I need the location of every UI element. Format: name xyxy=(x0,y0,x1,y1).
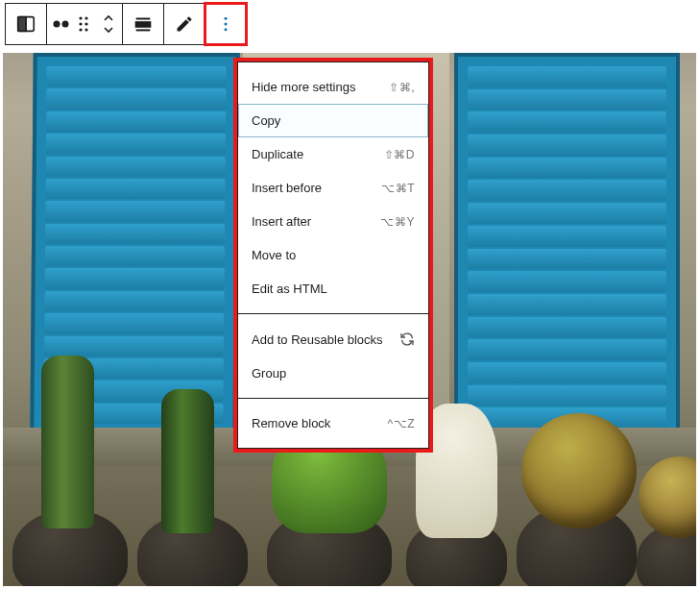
menu-item-label: Move to xyxy=(252,248,296,262)
refresh-icon xyxy=(399,331,415,347)
menu-item-hide-settings[interactable]: Hide more settings ⇧⌘, xyxy=(238,70,428,104)
menu-item-shortcut: ^⌥Z xyxy=(388,417,415,430)
menu-section-1: Hide more settings ⇧⌘, Copy Duplicate ⇧⌘… xyxy=(238,62,428,313)
svg-point-12 xyxy=(225,23,228,26)
menu-item-label: Copy xyxy=(252,113,280,128)
menu-item-shortcut: ⌥⌘Y xyxy=(380,215,415,229)
menu-item-shortcut: ⇧⌘D xyxy=(384,148,415,161)
barrel-cactus xyxy=(521,413,637,528)
menu-item-label: Group xyxy=(252,366,286,380)
menu-item-group[interactable]: Group xyxy=(238,356,428,390)
svg-point-4 xyxy=(79,16,82,19)
svg-point-7 xyxy=(84,22,87,25)
menu-item-move-to[interactable]: Move to xyxy=(238,238,428,272)
svg-point-2 xyxy=(54,21,60,28)
cactus xyxy=(161,389,214,533)
menu-item-label: Remove block xyxy=(252,416,330,430)
block-type-button[interactable] xyxy=(6,4,46,44)
svg-point-5 xyxy=(84,16,87,19)
menu-item-insert-before[interactable]: Insert before ⌥⌘T xyxy=(238,171,428,205)
menu-item-label: Hide more settings xyxy=(252,80,355,94)
menu-item-shortcut: ⇧⌘, xyxy=(389,81,415,94)
svg-point-8 xyxy=(79,28,82,31)
menu-item-label: Insert after xyxy=(252,214,311,229)
svg-point-6 xyxy=(79,22,82,25)
align-button[interactable] xyxy=(123,4,163,44)
toolbar-group-transform xyxy=(47,4,123,44)
svg-point-13 xyxy=(225,28,228,31)
menu-item-shortcut: ⌥⌘T xyxy=(381,182,415,195)
shutter-right xyxy=(454,53,680,442)
menu-item-duplicate[interactable]: Duplicate ⇧⌘D xyxy=(238,137,428,171)
svg-point-9 xyxy=(84,28,87,31)
more-vertical-icon xyxy=(216,14,235,34)
toolbar-group-more xyxy=(205,4,246,44)
move-up-down-button[interactable] xyxy=(95,4,122,44)
toolbar-group-block xyxy=(6,4,47,44)
toolbar-group-edit xyxy=(164,4,205,44)
menu-item-insert-after[interactable]: Insert after ⌥⌘Y xyxy=(238,205,428,238)
svg-rect-1 xyxy=(18,17,26,32)
more-options-button[interactable] xyxy=(205,4,246,44)
more-options-menu: Hide more settings ⇧⌘, Copy Duplicate ⇧⌘… xyxy=(237,61,429,449)
layout-half-icon xyxy=(15,13,36,35)
menu-item-add-reusable[interactable]: Add to Reusable blocks xyxy=(238,322,428,356)
block-toolbar xyxy=(5,3,247,45)
menu-item-label: Duplicate xyxy=(252,147,303,161)
menu-section-2: Add to Reusable blocks Group xyxy=(238,313,428,398)
dots-align-icon xyxy=(53,17,72,31)
menu-item-label: Edit as HTML xyxy=(252,282,327,296)
svg-point-11 xyxy=(225,17,228,20)
menu-item-label: Insert before xyxy=(252,181,322,195)
svg-point-3 xyxy=(62,21,69,28)
svg-rect-10 xyxy=(136,22,151,27)
pencil-icon xyxy=(175,14,194,34)
menu-item-copy[interactable]: Copy xyxy=(238,104,428,137)
edit-button[interactable] xyxy=(164,4,205,44)
drag-handle-icon xyxy=(78,15,89,33)
change-alignment-button[interactable] xyxy=(47,4,95,44)
menu-section-3: Remove block ^⌥Z xyxy=(238,398,428,448)
cactus xyxy=(41,356,94,528)
align-full-icon xyxy=(133,13,154,35)
menu-item-edit-html[interactable]: Edit as HTML xyxy=(238,272,428,306)
menu-item-label: Add to Reusable blocks xyxy=(252,332,383,347)
menu-item-remove-block[interactable]: Remove block ^⌥Z xyxy=(238,406,428,440)
move-updown-icon xyxy=(102,13,115,35)
toolbar-group-align xyxy=(123,4,164,44)
